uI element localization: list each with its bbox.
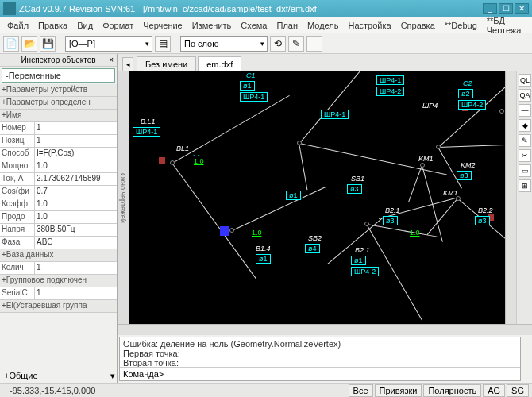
prop-value[interactable]: 1.0	[35, 160, 117, 172]
right-tool-palette: QL QA — ◆ ✎ ✂ ▭ ⊞	[516, 71, 532, 324]
status-ag[interactable]: AG	[483, 384, 505, 397]
rtool-cut[interactable]: ✂	[519, 149, 531, 162]
tool-b[interactable]: ✎	[288, 36, 304, 52]
rtool-grid[interactable]: ⊞	[519, 179, 531, 192]
prop-value[interactable]: I=F(P,Cos)	[35, 148, 117, 160]
lbl-shp41b: ШР4-1	[133, 127, 160, 137]
rtool-line[interactable]: —	[519, 104, 531, 117]
menu-settings[interactable]: Настройка	[344, 19, 395, 32]
prop-key: Напря	[0, 224, 35, 236]
prop-row[interactable]: Позиц1	[0, 135, 117, 148]
menu-debug[interactable]: **Debug	[441, 19, 481, 32]
prop-row[interactable]: Ток, А2.1730627145899	[0, 173, 117, 186]
prop-value[interactable]: 2.1730627145899	[35, 173, 117, 185]
prop-row[interactable]: Номер1	[0, 122, 117, 135]
prop-group[interactable]: +El(Устаревшая группа	[0, 300, 117, 312]
prop-value[interactable]: 0.7	[35, 186, 117, 198]
menu-file[interactable]: Файл	[3, 19, 33, 32]
prop-row[interactable]: Коэфф1.0	[0, 198, 117, 211]
status-all[interactable]: Все	[349, 384, 373, 397]
save-button[interactable]: 💾	[40, 36, 56, 52]
prop-key: Продо	[0, 211, 35, 223]
layer-props-button[interactable]: ▤	[155, 36, 171, 52]
drawing-canvas[interactable]: C1 ø1 ШР4-1 ШР4-1 ШР4-2 C2 ø2 ШР4-2 ШР4 …	[129, 71, 505, 324]
inspector-dropdown[interactable]: -Переменные	[2, 68, 115, 83]
open-button[interactable]: 📂	[21, 36, 37, 52]
lbl-d3c: ø3	[383, 216, 398, 225]
command-input[interactable]	[164, 369, 517, 379]
prop-row[interactable]: Продо1.0	[0, 211, 117, 224]
lbl-shp41-box: ШР4-1	[321, 110, 349, 119]
prop-row[interactable]: СпособI=F(P,Cos)	[0, 148, 117, 160]
horizontal-scrollbar[interactable]	[118, 324, 532, 335]
minimize-button[interactable]: _	[483, 3, 497, 14]
prop-value[interactable]: 380В,50Гц	[35, 224, 117, 236]
lbl-sb2: SB2	[308, 234, 322, 242]
rtool-diamond[interactable]: ◆	[519, 119, 531, 132]
rtool-qa[interactable]: QA	[519, 89, 531, 102]
vertical-scrollbar[interactable]	[505, 71, 516, 324]
prop-key: Позиц	[0, 135, 35, 147]
close-button[interactable]: ✕	[515, 3, 529, 14]
tab-nav-left[interactable]: ◂	[122, 57, 133, 71]
prop-group[interactable]: +Групповое подключен	[0, 275, 117, 287]
new-button[interactable]: 📄	[3, 36, 19, 52]
prop-value[interactable]: 1	[35, 262, 117, 274]
prop-key: Фаза	[0, 237, 35, 249]
prop-key: Cos(фи	[0, 186, 35, 198]
lbl-b21b: B2.1	[355, 246, 370, 254]
prop-row[interactable]: +База данных	[0, 249, 117, 262]
color-by-layer-select[interactable]: По слою	[180, 36, 268, 52]
prop-row[interactable]: +Параметры определен	[0, 97, 117, 110]
prop-row[interactable]: Cos(фи0.7	[0, 186, 117, 198]
prop-value[interactable]: 1.0	[35, 198, 117, 210]
cursor-selection	[220, 226, 229, 236]
prop-row[interactable]: ФазаABC	[0, 237, 117, 249]
prop-value[interactable]: 1	[35, 122, 117, 134]
layer-select[interactable]: [O—P]	[65, 36, 152, 52]
tool-a[interactable]: ⟲	[270, 36, 286, 52]
prop-value[interactable]: ABC	[35, 237, 117, 249]
prop-row[interactable]: +El(Устаревшая группа	[0, 300, 117, 313]
prop-group[interactable]: +База данных	[0, 249, 117, 261]
prop-value[interactable]: 1	[35, 287, 117, 299]
prop-row[interactable]: +Групповое подключен	[0, 275, 117, 287]
prop-row[interactable]: SerialC1	[0, 287, 117, 300]
lbl-d2: ø2	[458, 89, 473, 98]
prop-value[interactable]: 1.0	[35, 211, 117, 223]
lbl-d1c: ø1	[256, 254, 271, 264]
prop-row[interactable]: +Имя	[0, 110, 117, 122]
menu-view[interactable]: Вид	[73, 19, 97, 32]
menu-model[interactable]: Модель	[303, 19, 342, 32]
rtool-pencil[interactable]: ✎	[519, 134, 531, 147]
lbl-d3b: ø3	[457, 171, 472, 180]
menu-plan[interactable]: План	[272, 19, 302, 32]
menu-modify[interactable]: Изменить	[188, 19, 236, 32]
rtool-ql[interactable]: QL	[519, 74, 531, 87]
tool-c[interactable]: —	[306, 36, 322, 52]
prop-group[interactable]: +Параметры устройств	[0, 84, 117, 96]
tab-emdxf[interactable]: em.dxf	[198, 56, 241, 71]
tab-unnamed[interactable]: Без имени	[137, 56, 196, 71]
prop-row[interactable]: Напря380В,50Гц	[0, 224, 117, 237]
prop-row[interactable]: Колич1	[0, 262, 117, 275]
menu-edit[interactable]: Правка	[34, 19, 71, 32]
status-polar[interactable]: Полярность	[423, 384, 481, 397]
menu-scheme[interactable]: Схема	[237, 19, 271, 32]
prop-group[interactable]: +Имя	[0, 110, 117, 121]
command-log: Ошибка: деление на ноль (Geometry.Normal…	[120, 337, 520, 368]
status-sg[interactable]: SG	[507, 384, 529, 397]
prop-group[interactable]: +Параметры определен	[0, 97, 117, 109]
prop-value[interactable]: 1	[35, 135, 117, 147]
menu-draw[interactable]: Черчение	[139, 19, 187, 32]
menu-help[interactable]: Справка	[397, 19, 439, 32]
maximize-button[interactable]: ☐	[499, 3, 513, 14]
menu-format[interactable]: Формат	[98, 19, 137, 32]
inspector-footer-label[interactable]: +Общие	[2, 370, 40, 381]
prop-row[interactable]: +Параметры устройств	[0, 84, 117, 97]
chevron-down-icon[interactable]: ▾	[110, 371, 115, 381]
prop-row[interactable]: Мощно1.0	[0, 160, 117, 173]
prop-key: Коэфф	[0, 198, 35, 210]
rtool-rect[interactable]: ▭	[519, 164, 531, 177]
status-snaps[interactable]: Привязки	[375, 384, 422, 397]
